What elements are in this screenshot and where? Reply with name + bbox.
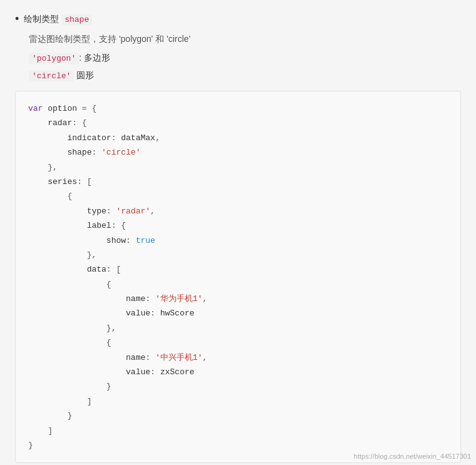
description: 雷达图绘制类型，支持 'polygon' 和 'circle' [29, 32, 461, 47]
option2-label: 圆形 [74, 70, 94, 80]
code-line-15: value: hwScore [28, 306, 448, 320]
code-line-10: show: true [28, 233, 448, 248]
code-line-8: type: 'radar', [28, 204, 448, 218]
code-line-13: { [28, 277, 448, 292]
code-line-9: label: { [28, 218, 448, 233]
code-line-4: shape: 'circle' [28, 145, 448, 160]
option1-code: 'polygon' [29, 53, 79, 64]
code-line-5: }, [28, 160, 448, 175]
title-row: • 绘制类型 shape [15, 13, 461, 26]
option1-label: : 多边形 [79, 53, 110, 63]
code-line-12: data: [ [28, 262, 448, 277]
code-line-14: name: '华为手机1', [28, 292, 448, 306]
code-line-24: } [28, 438, 448, 452]
code-line-1: var option = { [28, 101, 448, 116]
code-line-21: ] [28, 394, 448, 409]
title-code: shape [61, 14, 92, 25]
code-line-3: indicator: dataMax, [28, 131, 448, 145]
desc-text: 雷达图绘制类型，支持 'polygon' 和 'circle' [29, 34, 190, 44]
option2-row: 'circle' 圆形 [29, 68, 461, 83]
code-block: var option = { radar: { indicator: dataM… [15, 91, 461, 463]
code-line-22: } [28, 409, 448, 423]
bullet-point: • [15, 13, 19, 26]
watermark: https://blog.csdn.net/weixin_44517301 [354, 452, 471, 460]
code-line-6: series: [ [28, 175, 448, 189]
code-line-11: }, [28, 248, 448, 262]
code-line-20: } [28, 379, 448, 394]
code-line-19: value: zxScore [28, 365, 448, 379]
title-prefix: 绘制类型 [24, 14, 61, 24]
code-line-18: name: '中兴手机1', [28, 350, 448, 365]
code-line-17: { [28, 335, 448, 350]
option2-code: 'circle' [29, 71, 74, 81]
code-line-2: radar: { [28, 116, 448, 130]
code-line-16: }, [28, 321, 448, 335]
main-section: • 绘制类型 shape 雷达图绘制类型，支持 'polygon' 和 'cir… [15, 13, 461, 463]
code-line-7: { [28, 189, 448, 203]
title-text: 绘制类型 shape [24, 14, 92, 25]
option1-row: 'polygon': 多边形 [29, 51, 461, 66]
code-line-23: ] [28, 424, 448, 438]
